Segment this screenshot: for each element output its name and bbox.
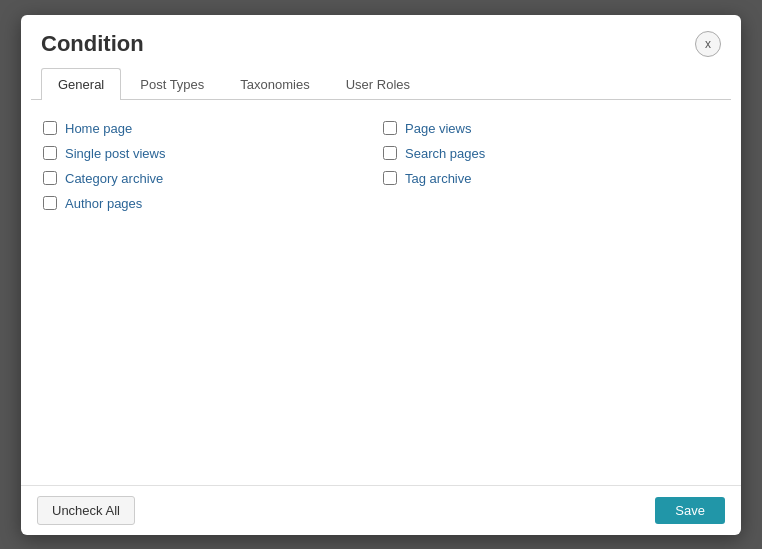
checkbox-author-pages[interactable]	[43, 196, 57, 210]
uncheck-all-button[interactable]: Uncheck All	[37, 496, 135, 525]
checkbox-item-single-post-views: Single post views	[41, 141, 381, 166]
checkbox-label-tag-archive[interactable]: Tag archive	[405, 171, 471, 186]
checkbox-home-page[interactable]	[43, 121, 57, 135]
checkbox-item-tag-archive: Tag archive	[381, 166, 721, 191]
checkbox-grid: Home page Single post views Category arc…	[41, 116, 721, 216]
close-button[interactable]: x	[695, 31, 721, 57]
checkbox-item-search-pages: Search pages	[381, 141, 721, 166]
checkbox-item-author-pages: Author pages	[41, 191, 381, 216]
modal-header: Condition x	[21, 15, 741, 67]
checkbox-column-right: Page views Search pages Tag archive	[381, 116, 721, 216]
checkbox-label-category-archive[interactable]: Category archive	[65, 171, 163, 186]
checkbox-label-search-pages[interactable]: Search pages	[405, 146, 485, 161]
save-button[interactable]: Save	[655, 497, 725, 524]
tab-taxonomies[interactable]: Taxonomies	[223, 68, 326, 100]
checkbox-page-views[interactable]	[383, 121, 397, 135]
checkbox-single-post-views[interactable]	[43, 146, 57, 160]
checkbox-label-author-pages[interactable]: Author pages	[65, 196, 142, 211]
checkbox-item-page-views: Page views	[381, 116, 721, 141]
checkbox-item-category-archive: Category archive	[41, 166, 381, 191]
tab-user-roles[interactable]: User Roles	[329, 68, 427, 100]
checkbox-item-home-page: Home page	[41, 116, 381, 141]
tab-bar: General Post Types Taxonomies User Roles	[31, 67, 731, 100]
checkbox-search-pages[interactable]	[383, 146, 397, 160]
checkbox-label-page-views[interactable]: Page views	[405, 121, 471, 136]
checkbox-column-left: Home page Single post views Category arc…	[41, 116, 381, 216]
modal-title: Condition	[41, 31, 144, 57]
tab-post-types[interactable]: Post Types	[123, 68, 221, 100]
checkbox-label-single-post-views[interactable]: Single post views	[65, 146, 165, 161]
tab-general[interactable]: General	[41, 68, 121, 100]
checkbox-category-archive[interactable]	[43, 171, 57, 185]
tab-content-general: Home page Single post views Category arc…	[21, 100, 741, 485]
checkbox-label-home-page[interactable]: Home page	[65, 121, 132, 136]
modal-footer: Uncheck All Save	[21, 485, 741, 535]
checkbox-tag-archive[interactable]	[383, 171, 397, 185]
condition-modal: Condition x General Post Types Taxonomie…	[21, 15, 741, 535]
